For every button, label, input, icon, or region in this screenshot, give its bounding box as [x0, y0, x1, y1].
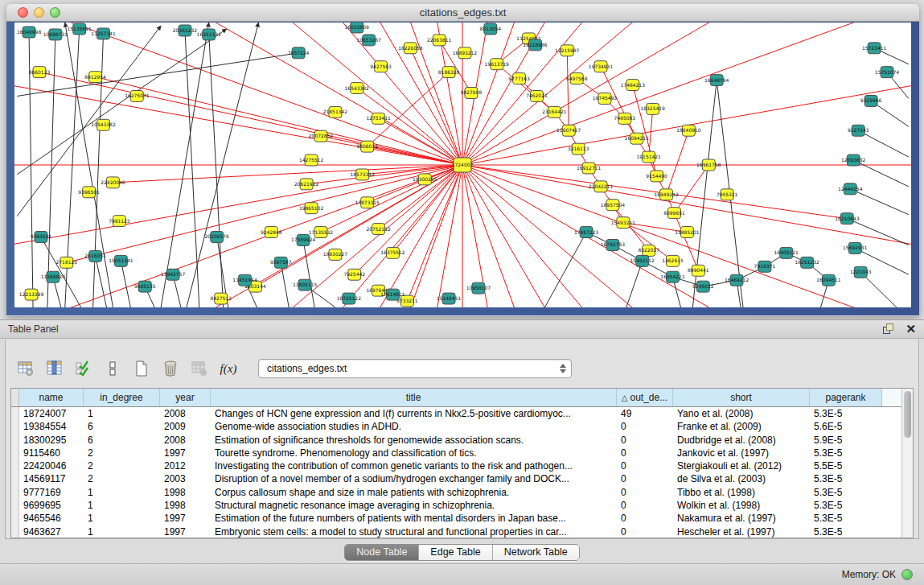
network-node[interactable]: 22063811: [427, 35, 452, 46]
table-settings-icon[interactable]: [14, 357, 38, 380]
network-node[interactable]: 9427503: [370, 61, 392, 72]
column-select-icon[interactable]: [43, 357, 67, 380]
network-node[interactable]: 16048998: [17, 27, 42, 38]
network-node[interactable]: 11568820: [41, 271, 66, 282]
network-node[interactable]: 16094511: [816, 274, 841, 286]
network-node[interactable]: 20072852: [309, 130, 334, 142]
column-header-in_degree[interactable]: in_degree: [84, 389, 160, 406]
network-node[interactable]: 17135532: [309, 227, 334, 238]
network-node[interactable]: 16782753: [601, 239, 626, 250]
network-node[interactable]: 7485083: [614, 113, 636, 124]
tab-network-table[interactable]: Network Table: [493, 545, 579, 560]
table-row[interactable]: 1938455462009Genome-wide association stu…: [11, 420, 901, 433]
tab-edge-table[interactable]: Edge Table: [419, 545, 492, 560]
network-node[interactable]: 9806012: [356, 141, 378, 152]
network-node[interactable]: 16275031: [125, 91, 150, 102]
network-node[interactable]: 19865102: [299, 203, 324, 214]
network-node[interactable]: 10543382: [91, 119, 116, 130]
column-header-out_de[interactable]: △out_de...: [617, 389, 673, 406]
network-node[interactable]: 12215987: [555, 45, 580, 56]
network-node[interactable]: 18640910: [676, 125, 701, 136]
network-node[interactable]: 22420046: [101, 177, 125, 188]
table-row[interactable]: 1830029562008Estimation of significance …: [11, 434, 901, 447]
network-node[interactable]: 16543382: [345, 83, 370, 94]
network-node[interactable]: 16033809: [345, 23, 370, 33]
delete-table-icon[interactable]: [187, 357, 211, 380]
network-node[interactable]: 17359924: [291, 235, 316, 246]
network-node[interactable]: 16469212: [725, 274, 749, 286]
network-node[interactable]: 13505115: [293, 279, 318, 290]
network-node[interactable]: 9397587: [270, 257, 292, 268]
network-node[interactable]: 18930227: [323, 249, 348, 260]
network-node[interactable]: 16961758: [696, 159, 721, 171]
network-node[interactable]: 16912711: [577, 163, 602, 174]
network-node[interactable]: 7955321: [717, 189, 738, 200]
network-node[interactable]: 7857224: [288, 47, 310, 59]
network-node[interactable]: 3216113: [568, 143, 589, 154]
network-node[interactable]: 15145451: [437, 293, 462, 304]
network-node[interactable]: 7991123: [109, 216, 130, 227]
network-canvas[interactable]: 1724007182260589427503165433822185134220…: [14, 23, 911, 307]
network-node[interactable]: 16375512: [380, 247, 405, 258]
function-builder-icon[interactable]: f(x): [216, 357, 240, 380]
network-node[interactable]: 18725122: [337, 293, 362, 304]
window-titlebar[interactable]: citations_edges.txt: [6, 4, 919, 22]
column-header-pagerank[interactable]: pagerank: [810, 389, 882, 406]
network-node[interactable]: 2718120: [56, 257, 78, 268]
network-node[interactable]: 23164421: [542, 106, 567, 117]
network-node[interactable]: 10653287: [357, 35, 382, 46]
network-node[interactable]: 8813054: [480, 23, 502, 35]
network-node[interactable]: 7462021: [526, 91, 548, 102]
network-graph[interactable]: 1724007182260589427503165433822185134220…: [14, 23, 911, 307]
network-node[interactable]: 18251232: [795, 257, 819, 268]
network-node[interactable]: 10698731: [43, 29, 68, 40]
table-selector-combobox[interactable]: citations_edges.txt: [258, 359, 572, 378]
select-all-icon[interactable]: [72, 357, 96, 380]
network-node[interactable]: 10952112: [630, 255, 655, 266]
network-node[interactable]: 15051341: [109, 255, 133, 266]
network-node[interactable]: 9154490: [646, 171, 667, 182]
network-node[interactable]: 19151421: [637, 151, 662, 163]
column-header-short[interactable]: short: [673, 389, 810, 406]
network-node[interactable]: 12753411: [366, 113, 391, 124]
delete-file-icon[interactable]: [158, 357, 183, 380]
network-node[interactable]: 18226058: [398, 43, 423, 54]
network-node[interactable]: 1362615: [662, 255, 684, 266]
network-node[interactable]: 19613719: [485, 59, 510, 70]
network-node[interactable]: 16949212: [654, 189, 679, 200]
table-row[interactable]: 911546021997Tourette syndrome. Phenomeno…: [11, 447, 901, 459]
table-row[interactable]: 977716911998Corpus callosum shape and si…: [11, 486, 901, 499]
network-node[interactable]: 2616051: [84, 250, 106, 262]
network-node[interactable]: 10958107: [466, 282, 491, 294]
network-node[interactable]: 8912954: [84, 72, 106, 83]
column-header-title[interactable]: title: [211, 389, 617, 406]
network-node[interactable]: 8660123: [29, 67, 51, 78]
network-node[interactable]: 20621922: [294, 179, 319, 190]
network-node[interactable]: 9777163: [508, 73, 530, 84]
network-node[interactable]: 15885201: [675, 227, 700, 238]
network-node[interactable]: 20206576: [205, 232, 230, 243]
network-node[interactable]: 8099651: [663, 208, 685, 219]
network-node[interactable]: 9396501: [78, 187, 100, 198]
network-node[interactable]: 16094211: [625, 133, 650, 144]
network-node[interactable]: 8733211: [396, 295, 418, 307]
table-row[interactable]: 946554611997Estimation of the future num…: [11, 512, 901, 525]
row-height-icon[interactable]: [101, 357, 125, 380]
network-node[interactable]: 18325419: [641, 103, 666, 114]
network-node[interactable]: 16893212: [453, 47, 478, 59]
network-node[interactable]: 19218986: [523, 39, 548, 51]
network-node[interactable]: 20361232: [173, 25, 198, 36]
network-node[interactable]: 9245012: [692, 281, 714, 292]
network-node[interactable]: 15751074: [875, 67, 900, 78]
network-node[interactable]: 18957504: [601, 200, 626, 211]
network-node[interactable]: 21851342: [323, 106, 348, 117]
new-file-icon[interactable]: [129, 357, 154, 380]
scrollbar-thumb[interactable]: [904, 391, 911, 438]
memory-status-indicator[interactable]: [901, 569, 913, 580]
network-node[interactable]: 16648784: [704, 75, 729, 86]
column-header-name[interactable]: name: [19, 389, 84, 406]
table-row[interactable]: 946362711997Embryonic stem cells: a mode…: [11, 525, 901, 538]
network-node[interactable]: 8322037: [638, 245, 659, 256]
network-node[interactable]: 11607427: [556, 125, 581, 136]
network-node[interactable]: 9242848: [261, 227, 282, 238]
